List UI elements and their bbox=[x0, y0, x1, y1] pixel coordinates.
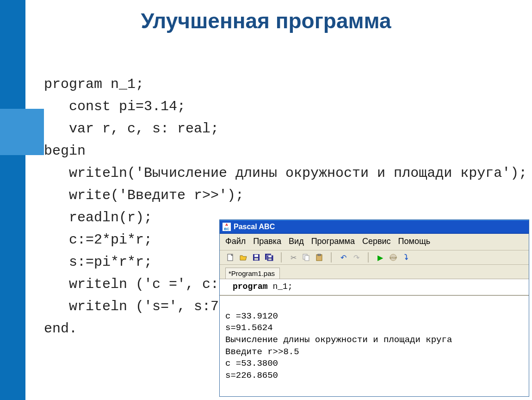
tab-program1[interactable]: *Program1.pas bbox=[225, 268, 280, 279]
menu-file[interactable]: Файл bbox=[225, 237, 246, 246]
ide-titlebar: ABC Pascal ABC bbox=[220, 220, 529, 234]
output-line: c =33.9120 bbox=[225, 311, 278, 321]
code-line: writeln ('s=', s:7:4) bbox=[44, 299, 244, 314]
menu-service[interactable]: Сервис bbox=[362, 237, 391, 246]
code-line: end. bbox=[44, 321, 77, 337]
redo-icon[interactable]: ↷ bbox=[351, 252, 361, 262]
menu-program[interactable]: Программа bbox=[311, 237, 355, 246]
stop-icon[interactable]: STOP bbox=[388, 252, 398, 262]
left-stripe bbox=[0, 0, 25, 400]
menubar: Файл Правка Вид Программа Сервис Помощь bbox=[220, 234, 529, 250]
svg-text:STOP: STOP bbox=[390, 256, 397, 259]
code-line: readln(r); bbox=[44, 210, 152, 225]
code-line: const pi=3.14; bbox=[44, 99, 186, 114]
output-line: s=226.8650 bbox=[225, 370, 278, 381]
output-line: Вычисление длины окружности и площади кр… bbox=[225, 335, 452, 345]
toolbar-separator bbox=[331, 252, 332, 262]
window-title: Pascal ABC bbox=[234, 223, 275, 231]
svg-rect-5 bbox=[254, 258, 258, 260]
undo-icon[interactable]: ↶ bbox=[338, 252, 348, 262]
output-line: c =53.3800 bbox=[225, 358, 278, 369]
output-line: s=91.5624 bbox=[225, 323, 273, 333]
menu-help[interactable]: Помощь bbox=[398, 237, 431, 246]
svg-rect-13 bbox=[318, 254, 321, 256]
open-file-icon[interactable] bbox=[238, 252, 248, 262]
slide-title: Улучшенная программа bbox=[0, 8, 532, 33]
cut-icon[interactable]: ✂ bbox=[288, 252, 298, 262]
svg-marker-2 bbox=[240, 256, 247, 260]
code-line: s:=pi*r*r; bbox=[44, 254, 152, 270]
svg-rect-11 bbox=[305, 256, 309, 261]
step-icon[interactable]: ⤵ bbox=[401, 252, 411, 262]
editor-text: n_1; bbox=[272, 282, 292, 291]
run-icon[interactable]: ▶ bbox=[375, 252, 385, 262]
code-line: program n_1; bbox=[44, 76, 144, 92]
output-line: Введите r>>8.5 bbox=[225, 347, 299, 357]
code-line: writeln('Вычисление длины окружности и п… bbox=[44, 165, 527, 181]
save-all-icon[interactable] bbox=[264, 252, 274, 262]
copy-icon[interactable] bbox=[301, 252, 311, 262]
code-line: var r, c, s: real; bbox=[44, 121, 219, 137]
accent-square bbox=[0, 109, 44, 155]
svg-rect-4 bbox=[254, 255, 258, 257]
tab-bar: *Program1.pas bbox=[220, 265, 529, 279]
code-line: write('Введите r>>'); bbox=[44, 188, 244, 203]
save-icon[interactable] bbox=[251, 252, 261, 262]
toolbar-separator bbox=[368, 252, 369, 262]
output-pane: c =33.9120 s=91.5624 Вычисление длины ок… bbox=[220, 295, 529, 396]
code-line: c:=2*pi*r; bbox=[44, 232, 152, 248]
toolbar: ✂ ↶ ↷ ▶ STOP ⤵ bbox=[220, 250, 529, 265]
toolbar-separator bbox=[281, 252, 282, 262]
ide-window: ABC Pascal ABC Файл Правка Вид Программа… bbox=[219, 219, 529, 397]
code-line: begin bbox=[44, 143, 86, 159]
menu-view[interactable]: Вид bbox=[289, 237, 304, 246]
app-icon: ABC bbox=[223, 223, 231, 231]
new-file-icon[interactable] bbox=[225, 252, 235, 262]
paste-icon[interactable] bbox=[314, 252, 324, 262]
svg-rect-9 bbox=[268, 258, 272, 260]
editor-pane[interactable]: program n_1; bbox=[220, 279, 529, 295]
menu-edit[interactable]: Правка bbox=[253, 237, 281, 246]
svg-rect-8 bbox=[268, 256, 272, 257]
